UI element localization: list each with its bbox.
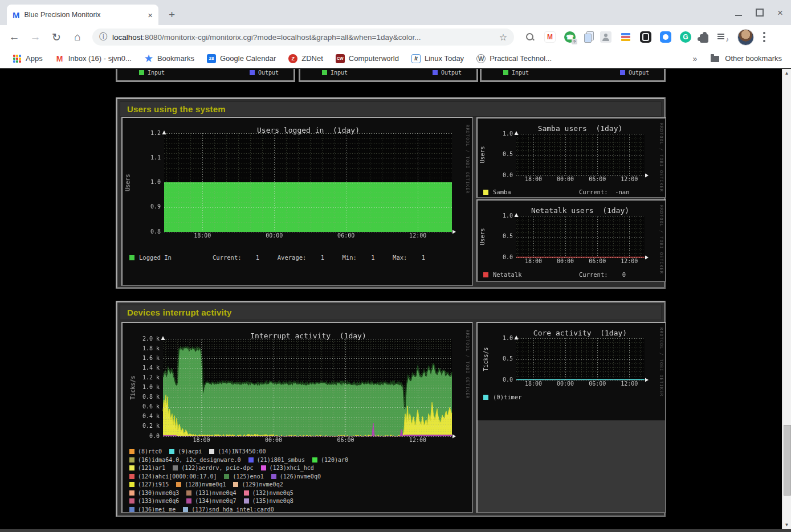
legend-label: (137)snd_hda_intel:card0	[191, 506, 274, 513]
legend-swatch	[248, 457, 254, 463]
page-info-icon[interactable]: ⓘ	[99, 32, 107, 42]
graph-title: Core activity (1day)	[533, 329, 627, 337]
interrupt-legend-item: (125)eno1	[224, 473, 263, 480]
legend-swatch	[483, 190, 488, 195]
legend-label: Samba	[493, 189, 511, 195]
legend-swatch	[173, 465, 178, 470]
legend-label: (8)rtc0	[138, 448, 162, 455]
calendar-bookmark-icon: 28	[207, 54, 216, 63]
output-legend-swatch	[250, 70, 255, 75]
password-extension-icon[interactable]	[640, 31, 651, 43]
scrollbar-thumb[interactable]	[784, 425, 791, 496]
maximize-button-icon[interactable]	[756, 9, 764, 17]
bookmark-item[interactable]: ltLinux Today	[411, 54, 464, 63]
output-legend-label: Output	[258, 69, 279, 76]
bookmark-label: Practical Technol...	[490, 54, 552, 63]
interrupt-activity-canvas	[123, 323, 472, 445]
legend-swatch	[271, 474, 276, 479]
legend-stats: Current: 1 Average: 1 Min: 1 Max: 1	[213, 254, 425, 261]
window-bottom-edge	[0, 529, 791, 532]
search-icon[interactable]	[524, 31, 536, 43]
legend-swatch	[209, 449, 214, 454]
wp-bookmark-icon: W	[476, 54, 486, 63]
apps-bookmark-icon	[13, 54, 22, 63]
tab-close-icon[interactable]: ×	[148, 10, 153, 20]
gmail-bookmark-icon: M	[55, 54, 64, 63]
scroll-down-icon[interactable]: ▼	[782, 522, 791, 527]
legend-swatch	[224, 474, 229, 479]
forward-icon[interactable]: →	[28, 31, 42, 43]
output-legend-label: Output	[629, 69, 649, 76]
extensions-puzzle-icon[interactable]	[700, 34, 708, 43]
browser-tab[interactable]: M Blue Precision Monitorix ×	[7, 5, 158, 25]
close-button-icon[interactable]: ×	[777, 9, 783, 17]
legend-label: (121)ar1	[138, 465, 165, 471]
bookmark-label: Apps	[26, 54, 43, 63]
bookmark-item[interactable]: 28Google Calendar	[207, 54, 276, 63]
bookmarks-bar: AppsMInbox (16) - sjvn0...★Bookmarks28Go…	[0, 49, 791, 68]
bookmark-item[interactable]: CWComputerworld	[336, 54, 399, 63]
back-icon[interactable]: ←	[7, 31, 21, 43]
users-logged-in-canvas	[123, 118, 472, 249]
browser-menu-icon[interactable]	[763, 36, 765, 38]
interrupt-legend-item: (128)nvme0q1	[176, 481, 226, 488]
section-users: Users using the system Users logged in (…	[116, 97, 666, 289]
legend-label: (16)idma64.0, i2c_designware.0	[138, 457, 241, 463]
partial-graph-panel: Input Output	[299, 69, 478, 82]
url-text[interactable]: localhost:8080/monitorix-cgi/monitorix.c…	[112, 33, 495, 42]
new-tab-button[interactable]: +	[169, 9, 175, 20]
grammarly-extension-icon[interactable]: G	[680, 31, 691, 43]
interrupt-activity-graph[interactable]: Interrupt activity (1day) Ticks/s RRDTOO…	[121, 322, 473, 513]
output-legend-swatch	[433, 70, 438, 75]
samba-users-graph[interactable]: Samba users (1day) Users RRDTOOL / TOBI …	[476, 117, 666, 198]
session-extension-icon[interactable]	[600, 31, 611, 43]
bookmarks-overflow-icon[interactable]: »	[693, 54, 698, 63]
rrdtool-credit: RRDTOOL / TOBI OETIKER	[659, 205, 664, 274]
output-legend-swatch	[620, 70, 625, 75]
legend-label: (132)nvme0q5	[252, 490, 293, 496]
bookmark-item[interactable]: Apps	[13, 54, 43, 63]
playlist-extension-icon[interactable]	[717, 31, 728, 43]
y-axis-label: Ticks/s	[483, 347, 489, 371]
home-icon[interactable]: ⌂	[71, 31, 84, 43]
bookmark-item[interactable]: MInbox (16) - sjvn0...	[55, 54, 132, 63]
rrdtool-credit: RRDTOOL / TOBI OETIKER	[659, 328, 664, 396]
gmail-extension-icon[interactable]: M	[544, 31, 556, 43]
copy-extension-icon[interactable]	[584, 34, 592, 43]
legend-swatch	[483, 395, 488, 400]
bookmark-label: Bookmarks	[157, 54, 194, 63]
address-bar[interactable]: ⓘ localhost:8080/monitorix-cgi/monitorix…	[92, 28, 514, 46]
star-bookmark-icon: ★	[144, 54, 153, 63]
legend-swatch	[129, 498, 134, 504]
bookmark-item[interactable]: ★Bookmarks	[144, 54, 194, 63]
y-axis-label: Users	[479, 146, 486, 163]
interrupt-legend-item: (123)xhci_hcd	[261, 465, 314, 471]
url-host: localhost	[112, 33, 142, 42]
bookmark-item[interactable]: ZZDNet	[288, 54, 323, 63]
voice-extension-icon[interactable]: ☎?	[564, 31, 576, 43]
legend-label: (0)timer	[493, 394, 522, 400]
core-activity-graph[interactable]: Core activity (1day) Ticks/s RRDTOOL / T…	[476, 322, 666, 513]
library-extension-icon[interactable]	[620, 31, 631, 43]
interrupt-legend-item: (8)rtc0	[129, 448, 162, 455]
extension-icons-row: M☎?G	[524, 31, 728, 43]
legend-swatch	[176, 482, 181, 487]
bookmark-star-icon[interactable]: ☆	[499, 32, 507, 43]
graph-title: Netatalk users (1day)	[531, 206, 629, 215]
legend-label: (124)ahci[0000:00:17.0]	[138, 473, 217, 480]
users-logged-in-graph[interactable]: Users logged in (1day) Users RRDTOOL / T…	[121, 117, 473, 286]
input-legend-swatch	[322, 70, 327, 75]
other-bookmarks-label[interactable]: Other bookmarks	[725, 54, 782, 63]
interrupt-legend-item: (16)idma64.0, i2c_designware.0	[129, 457, 241, 463]
reload-icon[interactable]: ↻	[50, 31, 63, 44]
profile-avatar[interactable]	[737, 29, 754, 46]
minimize-button-icon[interactable]	[735, 10, 742, 16]
bookmark-item[interactable]: WPractical Technol...	[476, 54, 552, 63]
rrdtool-credit: RRDTOOL / TOBI OETIKER	[659, 123, 664, 192]
scrollbar[interactable]: ▲ ▼	[782, 69, 791, 532]
scroll-up-icon[interactable]: ▲	[782, 71, 791, 76]
legend-swatch	[261, 465, 266, 470]
netatalk-users-graph[interactable]: Netatalk users (1day) Users RRDTOOL / TO…	[476, 199, 666, 282]
input-legend-label: Input	[331, 69, 348, 76]
meeting-extension-icon[interactable]	[660, 31, 671, 43]
